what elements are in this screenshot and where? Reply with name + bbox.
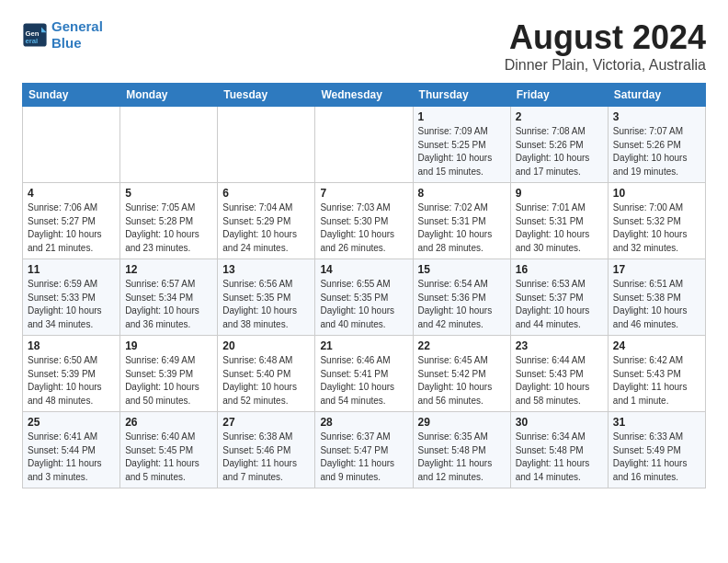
calendar-cell: 30 Sunrise: 6:34 AM Sunset: 5:48 PM Dayl… (510, 412, 608, 488)
cell-daylight: Daylight: 10 hours and 50 minutes. (125, 381, 212, 408)
calendar-week-row: 25 Sunrise: 6:41 AM Sunset: 5:44 PM Dayl… (23, 412, 706, 488)
cell-day-number: 23 (516, 339, 603, 352)
calendar-cell (120, 107, 218, 183)
cell-day-number: 17 (613, 263, 700, 276)
header-monday: Monday (120, 84, 218, 107)
cell-day-number: 12 (125, 263, 212, 276)
cell-day-number: 13 (222, 263, 310, 276)
cell-sunset: Sunset: 5:26 PM (613, 139, 700, 153)
cell-sunrise: Sunrise: 6:33 AM (613, 431, 700, 444)
calendar-cell: 19 Sunrise: 6:49 AM Sunset: 5:39 PM Dayl… (120, 336, 218, 412)
cell-sunset: Sunset: 5:43 PM (516, 368, 603, 382)
cell-day-number: 7 (320, 187, 407, 200)
cell-sunrise: Sunrise: 6:46 AM (320, 354, 407, 368)
header-saturday: Saturday (608, 84, 705, 107)
cell-day-number: 19 (125, 339, 212, 352)
calendar-cell: 14 Sunrise: 6:55 AM Sunset: 5:35 PM Dayl… (315, 259, 413, 336)
cell-day-number: 22 (418, 339, 506, 352)
cell-sunset: Sunset: 5:47 PM (320, 444, 407, 458)
cell-day-number: 1 (418, 110, 506, 123)
cell-day-number: 20 (222, 339, 310, 352)
header-tuesday: Tuesday (218, 84, 315, 107)
cell-sunrise: Sunrise: 6:37 AM (320, 431, 407, 444)
calendar-cell: 21 Sunrise: 6:46 AM Sunset: 5:41 PM Dayl… (315, 336, 413, 412)
header-wednesday: Wednesday (315, 84, 413, 107)
cell-daylight: Daylight: 10 hours and 56 minutes. (418, 381, 506, 408)
calendar-cell: 13 Sunrise: 6:56 AM Sunset: 5:35 PM Dayl… (218, 259, 315, 336)
calendar-week-row: 4 Sunrise: 7:06 AM Sunset: 5:27 PM Dayli… (23, 183, 706, 259)
cell-sunrise: Sunrise: 6:50 AM (28, 354, 115, 368)
header-friday: Friday (510, 84, 608, 107)
cell-sunrise: Sunrise: 7:05 AM (125, 201, 212, 215)
cell-sunrise: Sunrise: 6:44 AM (516, 354, 603, 368)
logo-text: General Blue (51, 18, 103, 52)
calendar-subtitle: Dinner Plain, Victoria, Australia (505, 57, 706, 74)
svg-text:eral: eral (26, 37, 39, 45)
cell-daylight: Daylight: 10 hours and 23 minutes. (125, 228, 212, 255)
cell-daylight: Daylight: 11 hours and 12 minutes. (418, 457, 506, 484)
calendar-cell (315, 107, 413, 183)
cell-daylight: Daylight: 10 hours and 36 minutes. (125, 304, 212, 331)
cell-sunrise: Sunrise: 7:02 AM (418, 201, 506, 215)
cell-daylight: Daylight: 10 hours and 46 minutes. (613, 304, 700, 331)
cell-sunrise: Sunrise: 7:08 AM (516, 125, 603, 139)
cell-daylight: Daylight: 10 hours and 58 minutes. (516, 381, 603, 408)
cell-daylight: Daylight: 10 hours and 52 minutes. (222, 381, 310, 408)
cell-day-number: 15 (418, 263, 506, 276)
cell-daylight: Daylight: 10 hours and 42 minutes. (418, 304, 506, 331)
calendar-week-row: 18 Sunrise: 6:50 AM Sunset: 5:39 PM Dayl… (23, 336, 706, 412)
cell-daylight: Daylight: 10 hours and 54 minutes. (320, 381, 407, 408)
cell-sunrise: Sunrise: 6:45 AM (418, 354, 506, 368)
cell-daylight: Daylight: 10 hours and 17 minutes. (516, 152, 603, 178)
calendar-week-row: 11 Sunrise: 6:59 AM Sunset: 5:33 PM Dayl… (23, 259, 706, 336)
cell-sunset: Sunset: 5:35 PM (320, 292, 407, 305)
cell-day-number: 3 (613, 110, 700, 123)
cell-sunrise: Sunrise: 6:49 AM (125, 354, 212, 368)
cell-sunrise: Sunrise: 6:38 AM (222, 431, 310, 444)
cell-day-number: 24 (613, 339, 700, 352)
cell-day-number: 5 (125, 187, 212, 200)
cell-daylight: Daylight: 10 hours and 26 minutes. (320, 228, 407, 255)
cell-sunset: Sunset: 5:26 PM (516, 139, 603, 153)
cell-sunset: Sunset: 5:39 PM (28, 368, 115, 382)
cell-daylight: Daylight: 10 hours and 28 minutes. (418, 228, 506, 255)
cell-sunrise: Sunrise: 6:41 AM (28, 431, 115, 444)
calendar-cell: 22 Sunrise: 6:45 AM Sunset: 5:42 PM Dayl… (413, 336, 510, 412)
cell-day-number: 29 (418, 416, 506, 429)
calendar-cell: 26 Sunrise: 6:40 AM Sunset: 5:45 PM Dayl… (120, 412, 218, 488)
cell-sunset: Sunset: 5:39 PM (125, 368, 212, 382)
cell-daylight: Daylight: 11 hours and 1 minute. (613, 381, 700, 408)
cell-sunset: Sunset: 5:48 PM (418, 444, 506, 458)
calendar-cell: 17 Sunrise: 6:51 AM Sunset: 5:38 PM Dayl… (608, 259, 705, 336)
calendar-cell: 9 Sunrise: 7:01 AM Sunset: 5:31 PM Dayli… (510, 183, 608, 259)
cell-sunrise: Sunrise: 6:54 AM (418, 278, 506, 292)
cell-sunset: Sunset: 5:38 PM (613, 292, 700, 305)
cell-daylight: Daylight: 10 hours and 19 minutes. (613, 152, 700, 178)
cell-sunrise: Sunrise: 6:59 AM (28, 278, 115, 292)
cell-sunset: Sunset: 5:44 PM (28, 444, 115, 458)
cell-sunset: Sunset: 5:46 PM (222, 444, 310, 458)
calendar-cell: 18 Sunrise: 6:50 AM Sunset: 5:39 PM Dayl… (23, 336, 120, 412)
calendar-cell: 12 Sunrise: 6:57 AM Sunset: 5:34 PM Dayl… (120, 259, 218, 336)
cell-day-number: 6 (222, 187, 310, 200)
cell-sunrise: Sunrise: 7:04 AM (222, 201, 310, 215)
cell-day-number: 8 (418, 187, 506, 200)
calendar-cell: 5 Sunrise: 7:05 AM Sunset: 5:28 PM Dayli… (120, 183, 218, 259)
cell-sunset: Sunset: 5:32 PM (613, 215, 700, 229)
header-thursday: Thursday (413, 84, 510, 107)
cell-sunrise: Sunrise: 6:55 AM (320, 278, 407, 292)
calendar-cell: 28 Sunrise: 6:37 AM Sunset: 5:47 PM Dayl… (315, 412, 413, 488)
logo-line1: General (51, 18, 103, 34)
cell-sunrise: Sunrise: 6:56 AM (222, 278, 310, 292)
cell-sunset: Sunset: 5:42 PM (418, 368, 506, 382)
calendar-cell: 4 Sunrise: 7:06 AM Sunset: 5:27 PM Dayli… (23, 183, 120, 259)
calendar-cell: 15 Sunrise: 6:54 AM Sunset: 5:36 PM Dayl… (413, 259, 510, 336)
cell-day-number: 14 (320, 263, 407, 276)
calendar-cell: 10 Sunrise: 7:00 AM Sunset: 5:32 PM Dayl… (608, 183, 705, 259)
cell-sunset: Sunset: 5:31 PM (418, 215, 506, 229)
calendar-cell: 2 Sunrise: 7:08 AM Sunset: 5:26 PM Dayli… (510, 107, 608, 183)
cell-sunset: Sunset: 5:34 PM (125, 292, 212, 305)
calendar-cell: 25 Sunrise: 6:41 AM Sunset: 5:44 PM Dayl… (23, 412, 120, 488)
title-block: August 2024 Dinner Plain, Victoria, Aust… (505, 18, 706, 74)
cell-daylight: Daylight: 11 hours and 14 minutes. (516, 457, 603, 484)
